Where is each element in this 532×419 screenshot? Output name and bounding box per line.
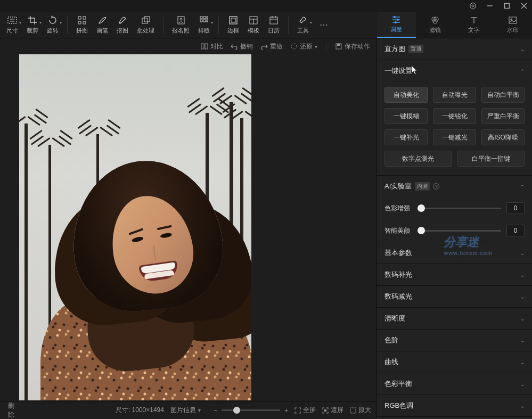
tool-id[interactable]: 报名照: [168, 12, 194, 38]
settings-hex-icon[interactable]: [469, 2, 477, 10]
image-preview: [19, 54, 251, 400]
tool-size[interactable]: 尺寸▾: [2, 12, 22, 38]
preset-button[interactable]: 一键补光: [384, 129, 428, 145]
preset-button[interactable]: 自动曝光: [433, 87, 476, 103]
canvas-body[interactable]: [0, 54, 377, 401]
tab-label: 滤镜: [429, 26, 441, 34]
tool-label: 裁剪: [27, 27, 38, 35]
tool-label: 抠图: [117, 27, 128, 35]
slider-thumb[interactable]: [418, 204, 425, 212]
canvas-panel: 对比 撤销 重做 还原 ▾ 保存动作: [0, 38, 377, 419]
tab-text[interactable]: 文字: [455, 12, 494, 38]
frame-icon: [228, 15, 238, 26]
svg-rect-19: [200, 20, 202, 22]
redo-button[interactable]: 重做: [260, 42, 283, 51]
collage-icon: [77, 15, 87, 26]
preset-button[interactable]: 高ISO降噪: [481, 129, 525, 145]
tool-crop[interactable]: 裁剪▾: [22, 12, 43, 38]
preset-button[interactable]: 自动美化: [384, 87, 428, 103]
zoom-in-icon[interactable]: +: [284, 407, 288, 414]
tab-filter[interactable]: 滤镜: [416, 12, 455, 38]
pin-badge: 置顶: [408, 45, 423, 53]
id-icon: [176, 15, 186, 26]
image-info-dropdown[interactable]: 图片信息 ▾: [170, 406, 201, 415]
svg-point-41: [397, 19, 399, 21]
preset-button[interactable]: 严重白平衡: [481, 108, 525, 124]
chevron-down-icon: ⌄: [520, 294, 525, 300]
slider-label: 色彩增强: [384, 204, 412, 213]
original-size-button[interactable]: 原大: [350, 406, 371, 415]
svg-rect-16: [200, 17, 202, 19]
tool-layout[interactable]: 排版▾: [194, 12, 214, 38]
close-button[interactable]: [520, 2, 528, 10]
fullscreen-button[interactable]: 全屏: [294, 406, 316, 415]
section-header[interactable]: 曲线⌄: [377, 351, 532, 373]
tool-brush[interactable]: 画笔: [92, 12, 112, 38]
tool-collage[interactable]: 拼图: [72, 12, 92, 38]
more-button[interactable]: ⋯: [313, 20, 335, 30]
chevron-down-icon: ⌄: [520, 272, 525, 278]
tab-label: 文字: [468, 26, 480, 34]
tool-batch[interactable]: 批处理: [133, 12, 159, 38]
tool-cutout[interactable]: 抠图: [112, 12, 133, 38]
zoom-slider[interactable]: − +: [214, 407, 288, 414]
tool-tool[interactable]: 工具▾: [293, 12, 313, 38]
section-header-one-click[interactable]: 一键设置 ⌄: [377, 60, 532, 81]
section-title: 曲线: [384, 357, 398, 367]
restore-button[interactable]: 还原 ▾: [290, 42, 317, 51]
slider-智能美颜: 智能美颜0: [377, 219, 532, 242]
tab-adjust[interactable]: 调整: [377, 12, 416, 38]
tool-rotate[interactable]: 旋转▾: [43, 12, 63, 38]
svg-rect-3: [505, 4, 510, 9]
preset-button[interactable]: 自动白平衡: [481, 87, 525, 103]
save-action-button[interactable]: 保存动作: [335, 42, 370, 51]
section-header[interactable]: 清晰度⌄: [377, 308, 532, 329]
zoom-out-icon[interactable]: −: [214, 407, 217, 414]
svg-rect-37: [350, 408, 356, 413]
preset-button[interactable]: 白平衡一指键: [457, 151, 525, 167]
slider-value[interactable]: 0: [506, 202, 525, 214]
minimize-button[interactable]: [486, 2, 494, 10]
preset-button[interactable]: 数字点测光: [384, 151, 452, 167]
svg-rect-27: [270, 17, 277, 24]
section-collapsed: RGB色调⌄: [377, 395, 532, 417]
maximize-button[interactable]: [503, 2, 511, 10]
tool-calendar[interactable]: 日历: [264, 12, 284, 38]
slider-track[interactable]: [418, 230, 501, 232]
slider-track[interactable]: [418, 208, 501, 209]
mask-button[interactable]: 遮屏: [322, 406, 343, 415]
size-icon: [7, 15, 18, 26]
tool-template[interactable]: 模板: [243, 12, 264, 38]
size-readout: 尺寸: 1000×1494: [116, 406, 164, 415]
slider-thumb[interactable]: [418, 227, 425, 234]
tool-frame[interactable]: 边框: [223, 12, 243, 38]
section-header[interactable]: 色阶⌄: [377, 330, 532, 351]
section-title: RGB色调: [384, 401, 413, 410]
batch-icon: [141, 15, 151, 26]
beta-badge: 内测: [415, 182, 430, 191]
section-header[interactable]: 数码补光⌄: [377, 264, 532, 285]
svg-point-48: [510, 19, 512, 20]
preset-button[interactable]: 一键模糊: [384, 108, 428, 124]
section-header[interactable]: 数码减光⌄: [377, 286, 532, 307]
template-icon: [249, 15, 258, 26]
tab-watermark[interactable]: 水印: [493, 12, 532, 38]
window-titlebar: [0, 0, 532, 12]
delete-button[interactable]: 删除: [5, 401, 17, 420]
section-header-ai-lab[interactable]: AI实验室 内测 ? ⌄: [377, 176, 532, 197]
undo-button[interactable]: 撤销: [231, 42, 253, 51]
chevron-up-icon: ⌄: [520, 184, 525, 190]
section-header[interactable]: 基本参数⌄: [377, 242, 532, 264]
section-header[interactable]: RGB色调⌄: [377, 395, 532, 416]
preset-button[interactable]: 一键锐化: [433, 108, 476, 124]
section-header-histogram[interactable]: 直方图 置顶 ⌄: [377, 38, 532, 60]
chevron-down-icon: ▾: [198, 407, 201, 413]
tab-label: 水印: [507, 26, 519, 34]
preset-button[interactable]: 一键减光: [433, 129, 476, 145]
chevron-down-icon: ⌄: [520, 46, 525, 52]
section-header[interactable]: 色彩平衡⌄: [377, 373, 532, 395]
slider-value[interactable]: 0: [506, 225, 525, 236]
help-icon[interactable]: ?: [433, 183, 439, 190]
compare-button[interactable]: 对比: [201, 42, 223, 51]
svg-rect-9: [78, 21, 81, 24]
